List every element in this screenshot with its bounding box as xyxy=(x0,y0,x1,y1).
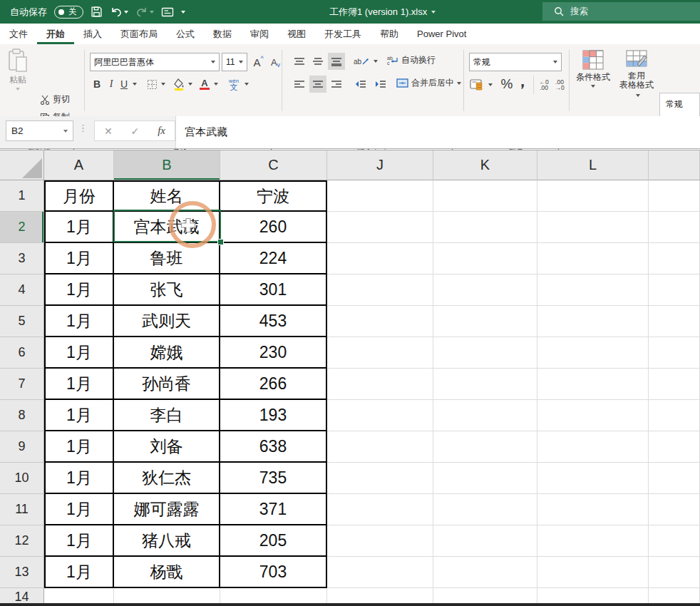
cell-x3[interactable] xyxy=(649,243,700,274)
cell-K10[interactable] xyxy=(433,463,537,494)
cell-B7[interactable]: 孙尚香 xyxy=(114,369,220,400)
select-all-button[interactable] xyxy=(0,150,44,180)
row-header-6[interactable]: 6 xyxy=(0,337,44,369)
touch-mouse-mode-icon[interactable] xyxy=(161,6,174,18)
cell-style-normal[interactable]: 常规 xyxy=(660,93,699,115)
tab-5[interactable]: 数据 xyxy=(204,24,241,44)
cut-button[interactable]: 剪切 xyxy=(40,93,70,106)
orientation-dropdown-icon[interactable] xyxy=(371,53,380,70)
cell-K5[interactable] xyxy=(433,306,537,337)
increase-indent-icon[interactable] xyxy=(372,76,389,93)
column-header-C[interactable]: C xyxy=(220,150,327,180)
cell-B12[interactable]: 猪八戒 xyxy=(114,525,220,557)
cell-C7[interactable]: 266 xyxy=(220,369,327,400)
column-header-K[interactable]: K xyxy=(433,150,537,180)
row-header-5[interactable]: 5 xyxy=(0,306,44,337)
font-color-dropdown-icon[interactable] xyxy=(212,76,220,93)
save-icon[interactable] xyxy=(91,6,103,18)
cell-C2[interactable]: 260 xyxy=(220,212,327,243)
row-header-4[interactable]: 4 xyxy=(0,274,44,306)
cell-x11[interactable] xyxy=(649,494,700,525)
row-header-7[interactable]: 7 xyxy=(0,369,44,400)
cell-J6[interactable] xyxy=(327,337,433,369)
conditional-formatting-button[interactable]: 条件格式 xyxy=(575,50,612,88)
cell-K8[interactable] xyxy=(433,400,537,431)
cell-A6[interactable]: 1月 xyxy=(44,337,114,369)
cell-A5[interactable]: 1月 xyxy=(44,306,114,337)
cell-C9[interactable]: 638 xyxy=(220,431,327,463)
tab-9[interactable]: 帮助 xyxy=(371,24,408,44)
cell-C4[interactable]: 301 xyxy=(220,274,327,306)
cell-L8[interactable] xyxy=(537,400,649,431)
font-color-icon[interactable]: A xyxy=(197,76,212,93)
tab-3[interactable]: 页面布局 xyxy=(111,24,167,44)
cell-C6[interactable]: 230 xyxy=(220,337,327,369)
cell-J11[interactable] xyxy=(327,494,433,525)
undo-button[interactable] xyxy=(110,6,128,18)
formula-input[interactable]: 宫本武藏 xyxy=(175,116,700,148)
grow-font-button[interactable]: A^ xyxy=(250,53,267,71)
cell-x13[interactable] xyxy=(649,557,700,588)
cell-L13[interactable] xyxy=(537,557,649,588)
decrease-indent-icon[interactable] xyxy=(352,76,369,93)
cell-K7[interactable] xyxy=(433,369,537,400)
cell-x9[interactable] xyxy=(649,431,700,463)
cell-L2[interactable] xyxy=(537,212,649,243)
fill-color-dropdown-icon[interactable] xyxy=(186,76,195,93)
tab-7[interactable]: 视图 xyxy=(278,24,315,44)
cell-C1[interactable]: 宁波 xyxy=(220,180,327,212)
align-middle-icon[interactable] xyxy=(309,53,326,70)
cell-K1[interactable] xyxy=(433,180,537,212)
cell-L9[interactable] xyxy=(537,431,649,463)
tab-8[interactable]: 开发工具 xyxy=(315,24,371,44)
column-header-L[interactable]: L xyxy=(537,150,649,180)
cell-L6[interactable] xyxy=(537,337,649,369)
cell-A10[interactable]: 1月 xyxy=(44,463,114,494)
cell-J9[interactable] xyxy=(327,431,433,463)
cell-B3[interactable]: 鲁班 xyxy=(114,243,220,274)
cell-A4[interactable]: 1月 xyxy=(44,274,114,306)
orientation-icon[interactable]: ab xyxy=(352,53,371,70)
cell-J7[interactable] xyxy=(327,369,433,400)
cell-C3[interactable]: 224 xyxy=(220,243,327,274)
percent-style-button[interactable]: % xyxy=(498,74,516,94)
borders-dropdown-icon[interactable] xyxy=(159,76,168,93)
cell-K4[interactable] xyxy=(433,274,537,306)
cell-L12[interactable] xyxy=(537,525,649,557)
cell-L1[interactable] xyxy=(537,180,649,212)
cell-A9[interactable]: 1月 xyxy=(44,431,114,463)
cell-A2[interactable]: 1月 xyxy=(44,212,114,243)
row-header-8[interactable]: 8 xyxy=(0,400,44,431)
cell-A7[interactable]: 1月 xyxy=(44,369,114,400)
cell-J13[interactable] xyxy=(327,557,433,588)
undo-dropdown-icon[interactable] xyxy=(124,11,128,14)
cell-K2[interactable] xyxy=(433,212,537,243)
search-box[interactable]: 搜索 xyxy=(542,2,700,21)
cell-K9[interactable] xyxy=(433,431,537,463)
cell-C10[interactable]: 735 xyxy=(220,463,327,494)
paste-button[interactable]: 粘贴 xyxy=(7,48,29,91)
cell-L5[interactable] xyxy=(537,306,649,337)
cell-A1[interactable]: 月份 xyxy=(44,180,114,212)
cell-J8[interactable] xyxy=(327,400,433,431)
cancel-button[interactable]: ✕ xyxy=(104,125,113,137)
cell-B2[interactable]: 宫本武藏 xyxy=(114,212,220,243)
row-header-13[interactable]: 13 xyxy=(0,557,44,588)
autosave-toggle[interactable]: 关 xyxy=(54,6,83,19)
column-header-J[interactable]: J xyxy=(327,150,433,180)
row-header-9[interactable]: 9 xyxy=(0,431,44,463)
cell-L4[interactable] xyxy=(537,274,649,306)
cell-A12[interactable]: 1月 xyxy=(44,525,114,557)
cell-L7[interactable] xyxy=(537,369,649,400)
cell-B1[interactable]: 姓名 xyxy=(114,180,220,212)
column-header-partial[interactable] xyxy=(649,150,700,180)
cell-x8[interactable] xyxy=(649,400,700,431)
phonetic-guide-icon[interactable]: wén 文 xyxy=(226,76,242,94)
accounting-format-icon[interactable] xyxy=(468,76,486,94)
tab-4[interactable]: 公式 xyxy=(167,24,204,44)
align-bottom-icon[interactable] xyxy=(328,53,345,70)
enter-button[interactable]: ✓ xyxy=(131,125,140,137)
row-header-10[interactable]: 10 xyxy=(0,463,44,494)
format-as-table-button[interactable]: 套用 表格格式 xyxy=(617,50,656,99)
row-header-11[interactable]: 11 xyxy=(0,494,44,525)
